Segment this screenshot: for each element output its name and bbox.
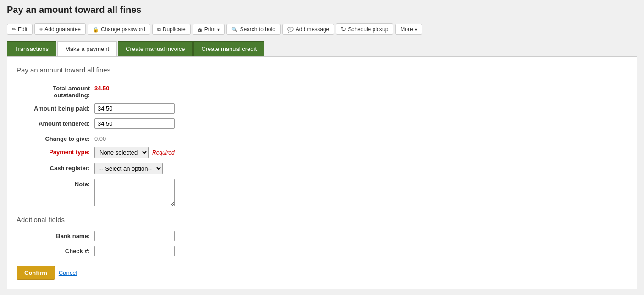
bank-name-input[interactable] — [94, 231, 175, 241]
tab-transactions[interactable]: Transactions — [7, 41, 56, 56]
plus-icon — [39, 26, 43, 33]
action-row: Confirm Cancel — [17, 266, 627, 280]
tab-create-manual-credit[interactable]: Create manual credit — [193, 41, 264, 56]
additional-fields-title: Additional fields — [17, 216, 627, 223]
change-password-button[interactable]: Change password — [88, 24, 150, 35]
lock-icon — [93, 26, 99, 33]
schedule-pickup-button[interactable]: Schedule pickup — [336, 23, 393, 35]
tab-create-manual-invoice[interactable]: Create manual invoice — [118, 41, 193, 56]
cash-register-label: Cash register: — [26, 163, 94, 172]
refresh-icon — [341, 26, 346, 33]
cash-register-select[interactable]: -- Select an option-- — [94, 163, 163, 174]
print-dropdown-arrow — [217, 26, 220, 33]
toolbar: Edit Add guarantee Change password Dupli… — [7, 21, 637, 38]
amount-tendered-input[interactable] — [94, 118, 175, 129]
tabs: Transactions Make a payment Create manua… — [7, 41, 637, 56]
payment-form: Total amount outstanding: 34.50 Amount b… — [26, 83, 627, 206]
add-message-button[interactable]: Add message — [282, 24, 334, 35]
form-section-title: Pay an amount toward all fines — [17, 66, 627, 74]
search-to-hold-button[interactable]: Search to hold — [226, 24, 280, 35]
change-to-give-value: 0.00 — [94, 134, 106, 142]
print-button[interactable]: Print — [193, 24, 225, 35]
amount-paid-label: Amount being paid: — [26, 103, 94, 112]
copy-icon — [157, 26, 161, 33]
edit-button[interactable]: Edit — [7, 24, 33, 35]
check-label: Check #: — [26, 246, 94, 255]
check-row: Check #: — [26, 246, 627, 256]
total-amount-value: 34.50 — [94, 83, 110, 92]
search-icon — [231, 26, 238, 33]
note-label: Note: — [26, 179, 94, 188]
tab-make-payment[interactable]: Make a payment — [57, 41, 117, 56]
duplicate-button[interactable]: Duplicate — [152, 24, 191, 35]
amount-tendered-row: Amount tendered: — [26, 118, 627, 129]
check-input[interactable] — [94, 246, 175, 256]
amount-paid-row: Amount being paid: — [26, 103, 627, 114]
total-amount-label: Total amount outstanding: — [26, 83, 94, 99]
more-button[interactable]: More — [395, 24, 422, 35]
print-icon — [198, 26, 203, 33]
note-textarea[interactable] — [94, 179, 175, 206]
add-guarantee-button[interactable]: Add guarantee — [34, 23, 86, 35]
additional-fields-form: Bank name: Check #: — [26, 231, 627, 256]
payment-type-select[interactable]: None selected — [94, 147, 149, 158]
total-amount-row: Total amount outstanding: 34.50 — [26, 83, 627, 99]
pencil-icon — [12, 26, 16, 33]
confirm-button[interactable]: Confirm — [17, 266, 55, 280]
cancel-button[interactable]: Cancel — [59, 269, 77, 276]
payment-type-row: Payment type: None selected Required — [26, 147, 627, 158]
bank-name-row: Bank name: — [26, 231, 627, 241]
bank-name-label: Bank name: — [26, 231, 94, 239]
cash-register-row: Cash register: -- Select an option-- — [26, 163, 627, 174]
amount-tendered-label: Amount tendered: — [26, 118, 94, 127]
page-title: Pay an amount toward all fines — [7, 5, 637, 15]
change-to-give-row: Change to give: 0.00 — [26, 134, 627, 142]
main-content: Pay an amount toward all fines Total amo… — [7, 56, 637, 289]
more-dropdown-arrow — [415, 26, 417, 33]
change-to-give-label: Change to give: — [26, 134, 94, 142]
msg-icon — [287, 26, 294, 33]
payment-type-label: Payment type: — [26, 147, 94, 156]
required-text: Required — [152, 150, 175, 156]
note-row: Note: — [26, 179, 627, 206]
amount-paid-input[interactable] — [94, 103, 175, 114]
